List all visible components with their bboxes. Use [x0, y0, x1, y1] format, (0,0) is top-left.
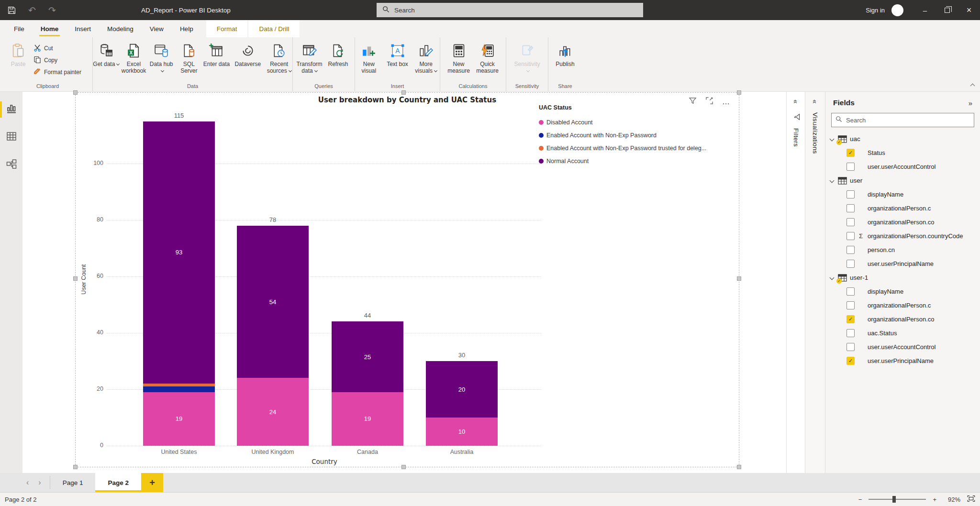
field-row[interactable]: user.userPrincipalName	[825, 257, 980, 271]
fields-search-input[interactable]	[846, 117, 970, 124]
new-measure-button[interactable]: New measure	[445, 41, 473, 74]
more-visuals-button[interactable]: More visuals	[412, 41, 440, 74]
table-node-user[interactable]: user	[825, 174, 980, 187]
zoom-slider-knob[interactable]	[892, 496, 896, 503]
undo-icon[interactable]: ↶	[28, 6, 36, 15]
restore-button[interactable]	[936, 0, 958, 20]
fit-to-page-icon[interactable]	[967, 495, 975, 504]
menu-tab-view[interactable]: View	[142, 20, 172, 37]
collapse-chevron-icon[interactable]	[830, 137, 835, 142]
menu-tab-modeling[interactable]: Modeling	[99, 20, 142, 37]
bar-segment[interactable]	[143, 386, 215, 392]
collapse-chevron-icon[interactable]	[830, 275, 835, 280]
dataverse-button[interactable]: Dataverse	[231, 41, 265, 67]
legend-item[interactable]: Enabled Account with Non-Exp Password	[539, 129, 706, 142]
zoom-in-button[interactable]: +	[933, 496, 936, 503]
resize-handle[interactable]	[73, 276, 78, 281]
bar-segment[interactable]: 24	[237, 378, 309, 446]
legend-item[interactable]: Enabled Account with Non-Exp Password tr…	[539, 142, 706, 154]
focus-mode-icon[interactable]	[705, 97, 713, 107]
resize-handle[interactable]	[401, 90, 406, 95]
field-row[interactable]: displayName	[825, 285, 980, 298]
resize-handle[interactable]	[737, 276, 741, 281]
report-canvas[interactable]: User breakdown by Country and UAC Status…	[22, 92, 786, 473]
model-view-button[interactable]	[0, 156, 22, 174]
quick-measure-button[interactable]: Quick measure	[474, 41, 501, 74]
field-checkbox[interactable]	[846, 246, 855, 254]
bar-chart-visual[interactable]: User breakdown by Country and UAC Status…	[75, 92, 739, 467]
close-button[interactable]: ×	[958, 0, 980, 20]
new-page-button[interactable]: +	[141, 473, 163, 492]
data-hub-button[interactable]: Data hub	[148, 41, 175, 74]
menu-tab-format[interactable]: Format	[206, 20, 248, 37]
field-checkbox[interactable]: ✓	[846, 149, 855, 157]
text-box-button[interactable]: A Text box	[384, 41, 412, 67]
bar-segment[interactable]: 19	[143, 392, 215, 446]
fields-search[interactable]	[831, 113, 974, 127]
bar-segment[interactable]	[143, 384, 215, 386]
zoom-slider[interactable]	[869, 499, 926, 500]
field-checkbox[interactable]: ✓	[846, 357, 855, 365]
save-icon[interactable]	[8, 6, 16, 14]
resize-handle[interactable]	[73, 90, 78, 95]
titlebar-search[interactable]	[377, 3, 643, 17]
resize-handle[interactable]	[73, 465, 78, 469]
collapse-chevron-icon[interactable]	[830, 178, 835, 183]
bar-segment[interactable]: 25	[332, 321, 403, 392]
field-row[interactable]: ✓Status	[825, 146, 980, 160]
filters-pane-collapsed[interactable]: « Filters	[786, 92, 805, 473]
avatar[interactable]	[891, 4, 903, 16]
resize-handle[interactable]	[737, 465, 741, 469]
bar-segment[interactable]: 19	[332, 392, 403, 446]
search-input[interactable]	[394, 7, 637, 14]
bar-segment[interactable]: 20	[426, 361, 498, 418]
copy-button[interactable]: Copy	[33, 55, 81, 66]
prev-page-icon[interactable]: ‹	[26, 478, 29, 487]
next-page-icon[interactable]: ›	[38, 478, 41, 487]
collapse-ribbon-icon[interactable]	[970, 84, 975, 88]
paste-button[interactable]: Paste	[6, 41, 31, 67]
menu-tab-data-drill[interactable]: Data / Drill	[248, 20, 300, 37]
cut-button[interactable]: Cut	[33, 43, 81, 54]
publish-button[interactable]: Publish	[551, 41, 579, 67]
refresh-button[interactable]: Refresh	[324, 41, 352, 67]
resize-handle[interactable]	[737, 90, 741, 95]
menu-tab-help[interactable]: Help	[172, 20, 201, 37]
field-row[interactable]: uac.Status	[825, 326, 980, 340]
collapse-fields-icon[interactable]: »	[969, 99, 972, 107]
table-node-uac[interactable]: ✓uac	[825, 132, 980, 146]
new-visual-button[interactable]: New visual	[355, 41, 383, 74]
legend-item[interactable]: Disabled Account	[539, 116, 706, 129]
field-row[interactable]: organizationalPerson.co	[825, 215, 980, 229]
field-row[interactable]: user.userAccountControl	[825, 160, 980, 174]
menu-tab-home[interactable]: Home	[33, 20, 67, 37]
report-view-button[interactable]	[0, 100, 22, 119]
field-checkbox[interactable]	[846, 163, 855, 171]
field-checkbox[interactable]	[846, 260, 855, 268]
table-node-user-1[interactable]: ✓user-1	[825, 271, 980, 285]
field-row[interactable]: person.cn	[825, 243, 980, 257]
legend-item[interactable]: Normal Account	[539, 154, 706, 167]
get-data-button[interactable]: Get data	[93, 41, 120, 67]
bar-segment[interactable]: 10	[426, 418, 498, 446]
minimize-button[interactable]: –	[914, 0, 936, 20]
excel-workbook-button[interactable]: X Excel workbook	[121, 41, 147, 74]
menu-tab-insert[interactable]: Insert	[67, 20, 99, 37]
expand-visualizations-icon[interactable]: «	[811, 99, 819, 103]
field-row[interactable]: ΣorganizationalPerson.countryCode	[825, 229, 980, 243]
page-tab-page-1[interactable]: Page 1	[50, 473, 96, 492]
field-checkbox[interactable]	[846, 343, 855, 351]
field-checkbox[interactable]	[846, 232, 855, 240]
visualizations-pane-collapsed[interactable]: « Visualizations	[805, 92, 825, 473]
data-view-button[interactable]	[0, 128, 22, 146]
zoom-out-button[interactable]: −	[858, 496, 862, 503]
page-tab-page-2[interactable]: Page 2	[95, 473, 141, 492]
redo-icon[interactable]: ↷	[48, 6, 56, 15]
field-row[interactable]: displayName	[825, 187, 980, 201]
field-row[interactable]: ✓user.userPrincipalName	[825, 354, 980, 368]
transform-data-button[interactable]: Transform data	[296, 41, 323, 74]
field-row[interactable]: organizationalPerson.c	[825, 298, 980, 312]
field-checkbox[interactable]	[846, 287, 855, 296]
field-row[interactable]: organizationalPerson.c	[825, 201, 980, 215]
more-options-icon[interactable]: …	[722, 98, 730, 106]
